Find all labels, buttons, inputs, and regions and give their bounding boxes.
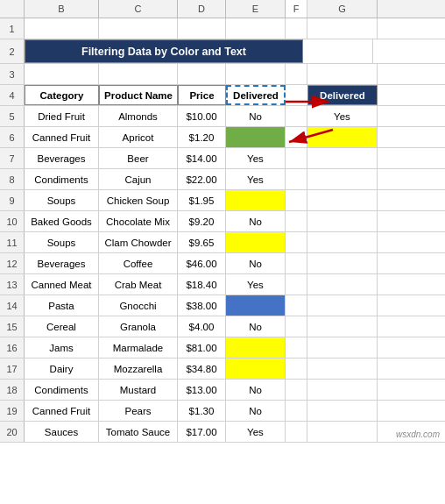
- rownum-3: 3: [0, 64, 25, 84]
- cell-b5: Dried Fruit: [25, 106, 99, 126]
- cell-e19: No: [226, 401, 286, 421]
- rownum-18: 18: [0, 380, 25, 400]
- cell-e16: [226, 337, 286, 358]
- cell-g13: [307, 274, 378, 295]
- cell-c16: Marmalade: [99, 337, 178, 358]
- col-header-g: G: [307, 0, 378, 18]
- rownum-20: 20: [0, 422, 25, 442]
- cell-e14: [226, 295, 286, 316]
- cell-e18: No: [226, 380, 286, 400]
- cell-f4: [286, 85, 307, 105]
- rownum-14: 14: [0, 295, 25, 316]
- cell-b11: Soups: [25, 232, 99, 252]
- cell-e17: [226, 358, 286, 379]
- cell-f9: [286, 190, 307, 210]
- row-1: 1: [0, 18, 445, 39]
- cell-g15: [307, 316, 378, 337]
- watermark: wsxdn.com: [396, 429, 440, 439]
- cell-b15: Cereal: [25, 316, 99, 337]
- cell-b13: Canned Meat: [25, 274, 99, 295]
- corner-cell: [0, 0, 25, 18]
- row-11: 11 Soups Clam Chowder $9.65: [0, 232, 445, 253]
- cell-b3: [25, 64, 99, 84]
- cell-d11: $9.65: [178, 232, 226, 252]
- cell-g9: [307, 190, 378, 210]
- cell-d18: $13.00: [178, 380, 226, 400]
- header-delivered: Delivered: [226, 85, 286, 105]
- col-header-c: C: [99, 0, 178, 18]
- row-5: 5 Dried Fruit Almonds $10.00 No Yes: [0, 106, 445, 127]
- cell-c6: Apricot: [99, 127, 178, 147]
- cell-e5: No: [226, 106, 286, 126]
- cell-f16: [286, 337, 307, 358]
- cell-f6: [286, 127, 307, 147]
- rownum-5: 5: [0, 106, 25, 126]
- cell-g11: [307, 232, 378, 252]
- cell-d7: $14.00: [178, 148, 226, 168]
- row-4: 4 Category Product Name Price Delivered …: [0, 85, 445, 106]
- rownum-16: 16: [0, 337, 25, 358]
- cell-d3: [178, 64, 226, 84]
- row-6: 6 Canned Fruit Apricot $1.20: [0, 127, 445, 148]
- row-20: 20 Sauces Tomato Sauce $17.00 Yes: [0, 422, 445, 443]
- cell-e7: Yes: [226, 148, 286, 168]
- rownum-4: 4: [0, 85, 25, 105]
- cell-d15: $4.00: [178, 316, 226, 337]
- cell-d19: $1.30: [178, 401, 226, 421]
- cell-d1: [178, 18, 226, 39]
- row-3: 3: [0, 64, 445, 85]
- col-header-f: F: [286, 0, 307, 18]
- cell-c19: Pears: [99, 401, 178, 421]
- rownum-15: 15: [0, 316, 25, 337]
- cell-e9: [226, 190, 286, 210]
- header-product-name: Product Name: [99, 85, 178, 105]
- col-header-b: B: [25, 0, 99, 18]
- cell-c7: Beer: [99, 148, 178, 168]
- cell-b6: Canned Fruit: [25, 127, 99, 147]
- cell-b1: [25, 18, 99, 39]
- rownum-2: 2: [0, 39, 25, 63]
- cell-c15: Granola: [99, 316, 178, 337]
- row-17: 17 Dairy Mozzarella $34.80: [0, 358, 445, 380]
- cell-b16: Jams: [25, 337, 99, 358]
- cell-f7: [286, 148, 307, 168]
- row-15: 15 Cereal Granola $4.00 No: [0, 316, 445, 337]
- cell-c12: Coffee: [99, 253, 178, 273]
- cell-d16: $81.00: [178, 337, 226, 358]
- cell-f13: [286, 274, 307, 295]
- cell-f1: [286, 18, 307, 39]
- cell-g5: Yes: [307, 106, 378, 126]
- rownum-1: 1: [0, 18, 25, 39]
- cell-b10: Baked Goods: [25, 211, 99, 231]
- cell-g3: [307, 64, 378, 84]
- rownum-11: 11: [0, 232, 25, 252]
- rownum-9: 9: [0, 190, 25, 210]
- grid-body: 1 2 Filtering Data by Color and Text 3: [0, 18, 445, 443]
- cell-g17: [307, 358, 378, 379]
- cell-f11: [286, 232, 307, 252]
- cell-g19: [307, 401, 378, 421]
- rownum-7: 7: [0, 148, 25, 168]
- cell-c20: Tomato Sauce: [99, 422, 178, 442]
- cell-c13: Crab Meat: [99, 274, 178, 295]
- cell-g14: [307, 295, 378, 316]
- cell-d6: $1.20: [178, 127, 226, 147]
- col-header-d: D: [178, 0, 226, 18]
- cell-e10: No: [226, 211, 286, 231]
- row-9: 9 Soups Chicken Soup $1.95: [0, 190, 445, 211]
- cell-b19: Canned Fruit: [25, 401, 99, 421]
- title-cell: Filtering Data by Color and Text: [25, 39, 303, 63]
- cell-e11: [226, 232, 286, 252]
- cell-c14: Gnocchi: [99, 295, 178, 316]
- cell-e15: No: [226, 316, 286, 337]
- cell-f10: [286, 211, 307, 231]
- cell-f18: [286, 380, 307, 400]
- cell-g6: [307, 127, 378, 147]
- row-7: 7 Beverages Beer $14.00 Yes: [0, 148, 445, 169]
- row-2: 2 Filtering Data by Color and Text: [0, 39, 445, 64]
- row-19: 19 Canned Fruit Pears $1.30 No: [0, 401, 445, 422]
- cell-e12: No: [226, 253, 286, 273]
- cell-g20: [307, 422, 378, 442]
- cell-b20: Sauces: [25, 422, 99, 442]
- cell-g18: [307, 380, 378, 400]
